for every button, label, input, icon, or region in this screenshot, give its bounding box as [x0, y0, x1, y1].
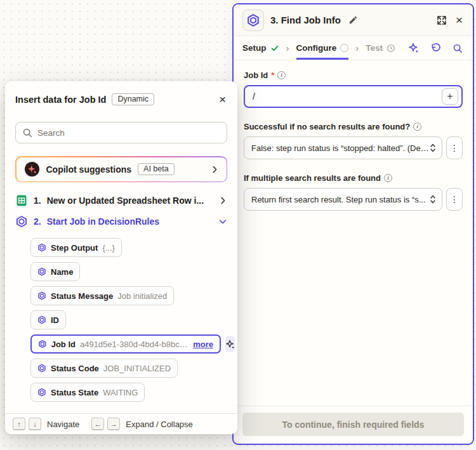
decisionrules-app-icon: [242, 10, 264, 31]
step-title: 3. Find Job Info: [270, 15, 341, 25]
close-panel-button[interactable]: ×: [454, 13, 464, 27]
decisionrules-hexagon-icon: [37, 364, 46, 373]
copilot-icon: [24, 161, 40, 177]
field-multiple-results: If multiple search results are found i R…: [244, 173, 463, 211]
arrow-down-icon: ↓: [33, 420, 37, 428]
step-tabbar: Setup › Configure › Test: [234, 36, 473, 60]
no-results-options-button[interactable]: ⋮: [446, 136, 463, 159]
arrow-right-icon: →: [110, 420, 117, 428]
tab-test[interactable]: Test: [366, 36, 395, 60]
decisionrules-hexagon-icon: [15, 215, 28, 228]
navigate-down-key[interactable]: ↓: [29, 418, 41, 430]
decisionrules-hexagon-icon: [37, 315, 46, 324]
job-id-label: Job Id: [244, 70, 268, 80]
copilot-suggestions-row-border: Copilot suggestions AI beta: [15, 156, 227, 182]
tab-configure[interactable]: Configure: [296, 36, 349, 60]
edit-title-icon[interactable]: [347, 14, 359, 26]
step-config-panel: 3. Find Job Info × Setup › Configure › T…: [232, 3, 474, 445]
info-icon[interactable]: i: [413, 122, 421, 131]
chevron-right-icon: ›: [286, 43, 290, 53]
step-row-spreadsheet[interactable]: 1. New or Updated Spreadsheet Row i...: [5, 190, 237, 211]
chip-id[interactable]: ID: [30, 310, 66, 329]
multiple-results-label: If multiple search results are found: [244, 173, 381, 183]
close-icon: ×: [219, 93, 226, 105]
pending-clock-icon: [387, 44, 395, 53]
steps-list: 1. New or Updated Spreadsheet Row i... 2…: [5, 186, 237, 413]
insert-data-popup: Insert data for Job Id Dynamic × Copilot…: [5, 81, 237, 434]
no-results-select[interactable]: False: step run status is “stopped: halt…: [244, 136, 442, 159]
copilot-suggestions-row[interactable]: Copilot suggestions AI beta: [17, 157, 227, 182]
job-id-input[interactable]: [253, 91, 442, 102]
expand-panel-button[interactable]: [435, 14, 448, 27]
kebab-icon: ⋮: [450, 143, 459, 153]
plus-icon: +: [447, 91, 453, 102]
undo-refresh-icon: [430, 43, 441, 53]
copilot-label: Copilot suggestions: [46, 164, 132, 175]
panel-header: 3. Find Job Info ×: [234, 4, 473, 36]
chip-job-id[interactable]: Job Id a491d5e1-380d-4bd4-b8bc-de more: [30, 334, 221, 354]
popup-header: Insert data for Job Id Dynamic ×: [5, 81, 237, 107]
expand-key[interactable]: →: [107, 418, 120, 430]
expand-icon: [437, 15, 447, 25]
field-job-id: Job Id * i +: [244, 70, 463, 108]
job-id-input-wrap: +: [244, 85, 463, 108]
incomplete-circle-icon: [340, 44, 348, 52]
navigate-up-key[interactable]: ↑: [13, 418, 25, 430]
info-icon[interactable]: i: [277, 71, 286, 79]
required-asterisk: *: [271, 70, 274, 80]
dynamic-badge: Dynamic: [112, 93, 154, 105]
configure-form: Job Id * i + Successful if no search res…: [234, 60, 473, 406]
popup-footer: ↑ ↓ Navigate ← → Expand / Collapse: [5, 413, 237, 434]
decisionrules-hexagon-icon: [246, 13, 260, 27]
chip-name[interactable]: Name: [30, 262, 80, 281]
chevron-down-icon: [218, 217, 227, 226]
chevron-right-icon: [218, 196, 227, 205]
select-chevrons-icon: [430, 143, 436, 153]
no-results-label: Successful if no search results are foun…: [244, 122, 410, 131]
continue-button-disabled[interactable]: To continue, finish required fields: [242, 413, 464, 436]
decisionrules-hexagon-icon: [37, 243, 46, 252]
multiple-results-options-button[interactable]: ⋮: [446, 188, 463, 211]
sparkle-icon: [408, 43, 419, 53]
ai-assist-button[interactable]: [407, 41, 420, 55]
decisionrules-hexagon-icon: [37, 267, 46, 276]
close-icon: ×: [456, 14, 463, 26]
step-row-decisionrules[interactable]: 2. Start Job in DecisionRules: [5, 211, 237, 232]
arrow-left-icon: ←: [95, 420, 102, 428]
decisionrules-hexagon-icon: [37, 388, 46, 397]
expand-collapse-label: Expand / Collapse: [126, 420, 193, 429]
insert-data-plus-button[interactable]: +: [442, 88, 458, 105]
multiple-results-select[interactable]: Return first search result. Step run sta…: [244, 188, 442, 211]
info-icon[interactable]: i: [384, 174, 392, 182]
kebab-icon: ⋮: [450, 194, 459, 204]
collapse-key[interactable]: ←: [91, 418, 104, 430]
more-link[interactable]: more: [193, 340, 213, 349]
chip-status-message[interactable]: Status Message Job initialized: [30, 286, 174, 305]
search-step-button[interactable]: [451, 42, 464, 55]
ai-suggested-value-button[interactable]: [225, 336, 235, 352]
google-sheets-icon: [15, 194, 28, 207]
chip-step-output[interactable]: Step Output {...}: [30, 238, 122, 257]
decisionrules-hexagon-icon: [37, 291, 46, 300]
chip-status-code[interactable]: Status Code JOB_INITIALIZED: [30, 359, 178, 378]
panel-footer: To continue, finish required fields: [234, 406, 473, 444]
decisionrules-hexagon-icon: [38, 340, 47, 348]
chip-status-state[interactable]: Status State WAITING: [30, 383, 145, 402]
chevron-right-icon: [210, 165, 219, 174]
search-icon: [453, 43, 463, 53]
check-icon: [270, 44, 279, 53]
select-chevrons-icon: [430, 194, 436, 204]
tab-setup[interactable]: Setup: [242, 36, 279, 60]
search-input[interactable]: [15, 122, 227, 143]
search-field-wrap: [15, 122, 227, 143]
field-no-results: Successful if no search results are foun…: [244, 122, 463, 159]
popup-title: Insert data for Job Id: [15, 95, 106, 105]
refresh-button[interactable]: [429, 41, 442, 55]
data-field-chips: Step Output {...} Name Status Message Jo…: [5, 232, 237, 402]
arrow-up-icon: ↑: [17, 420, 21, 428]
chevron-right-icon: ›: [355, 43, 359, 53]
sparkle-icon: [225, 340, 235, 349]
close-popup-button[interactable]: ×: [218, 92, 227, 107]
navigate-label: Navigate: [47, 420, 79, 429]
search-icon: [22, 128, 32, 138]
